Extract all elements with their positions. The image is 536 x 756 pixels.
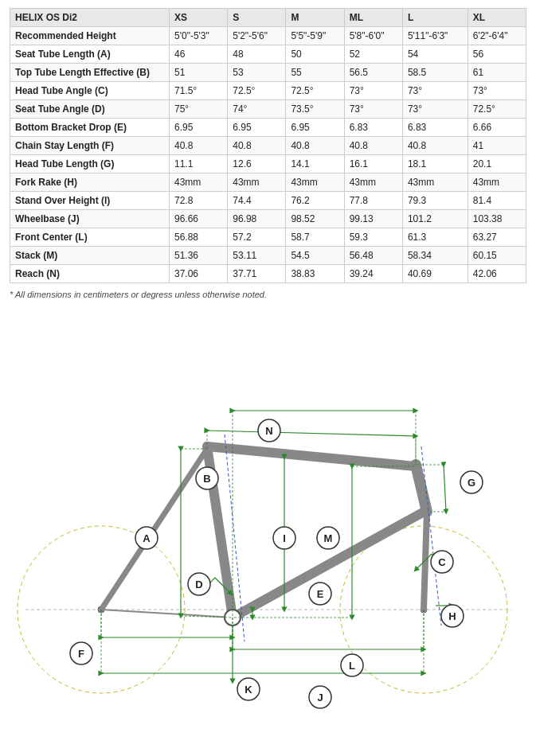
row-cell: 6.95 [170, 119, 228, 137]
row-cell: 72.5° [228, 82, 286, 100]
row-cell: 98.52 [286, 210, 344, 228]
row-cell: 71.5° [170, 82, 228, 100]
row-cell: 96.66 [170, 210, 228, 228]
table-row: Head Tube Angle (C)71.5°72.5°72.5°73°73°… [10, 82, 526, 100]
main-container: HELIX OS Di2 XS S M ML L XL Recommended … [0, 0, 536, 739]
row-cell: 56 [468, 45, 526, 64]
row-cell: 57.2 [228, 228, 286, 247]
table-row: Recommended Height5'0"-5'3"5'2"-5'6"5'5"… [10, 27, 526, 45]
table-row: Stand Over Height (I)72.874.476.277.879.… [10, 192, 526, 210]
svg-text:C: C [438, 556, 446, 568]
row-cell: 41 [468, 137, 526, 155]
row-cell: 16.1 [344, 155, 402, 173]
svg-text:K: K [245, 684, 252, 696]
bike-diagram-svg: A B C D E F G H I [10, 307, 527, 729]
row-cell: 73° [402, 100, 468, 119]
svg-text:I: I [283, 532, 286, 544]
row-cell: 56.5 [344, 64, 402, 82]
table-header-row: HELIX OS Di2 XS S M ML L XL [10, 9, 526, 27]
row-cell: 43mm [170, 173, 228, 192]
svg-text:G: G [468, 477, 475, 489]
row-cell: 52 [344, 45, 402, 64]
table-row: Reach (N)37.0637.7138.8339.2440.6942.06 [10, 265, 526, 283]
row-cell: 73° [402, 82, 468, 100]
row-label: Front Center (L) [10, 228, 170, 247]
row-label: Head Tube Angle (C) [10, 82, 170, 100]
row-cell: 40.8 [170, 137, 228, 155]
col-header-ml: ML [344, 9, 402, 27]
row-cell: 75° [170, 100, 228, 119]
row-cell: 48 [228, 45, 286, 64]
bike-diagram: A B C D E F G H I [10, 307, 526, 731]
row-label: Reach (N) [10, 265, 170, 283]
row-cell: 56.48 [344, 247, 402, 265]
col-header-xl: XL [468, 9, 526, 27]
svg-text:J: J [317, 692, 323, 703]
row-cell: 56.88 [170, 228, 228, 247]
row-cell: 40.69 [402, 265, 468, 283]
col-header-xs: XS [170, 9, 228, 27]
table-row: Seat Tube Length (A)464850525456 [10, 45, 526, 64]
row-cell: 99.13 [344, 210, 402, 228]
row-cell: 72.8 [170, 192, 228, 210]
row-label: Stand Over Height (I) [10, 192, 170, 210]
svg-text:B: B [203, 473, 210, 485]
row-cell: 12.6 [228, 155, 286, 173]
row-label: Recommended Height [10, 27, 170, 45]
svg-text:F: F [78, 648, 84, 660]
table-row: Head Tube Length (G)11.112.614.116.118.1… [10, 155, 526, 173]
row-cell: 55 [286, 64, 344, 82]
row-cell: 43mm [402, 173, 468, 192]
table-row: Chain Stay Length (F)40.840.840.840.840.… [10, 137, 526, 155]
svg-rect-0 [10, 307, 527, 729]
svg-text:E: E [317, 588, 324, 600]
row-label: Wheelbase (J) [10, 210, 170, 228]
table-row: Top Tube Length Effective (B)51535556.55… [10, 64, 526, 82]
svg-text:D: D [195, 579, 202, 590]
svg-text:H: H [448, 610, 456, 622]
row-cell: 76.2 [286, 192, 344, 210]
col-header-m: M [286, 9, 344, 27]
row-cell: 6.83 [344, 119, 402, 137]
row-cell: 73.5° [286, 100, 344, 119]
row-cell: 5'0"-5'3" [170, 27, 228, 45]
row-label: Top Tube Length Effective (B) [10, 64, 170, 82]
row-cell: 81.4 [468, 192, 526, 210]
row-cell: 61.3 [402, 228, 468, 247]
row-cell: 60.15 [468, 247, 526, 265]
row-cell: 101.2 [402, 210, 468, 228]
row-cell: 38.83 [286, 265, 344, 283]
row-cell: 73° [344, 100, 402, 119]
row-cell: 42.06 [468, 265, 526, 283]
row-cell: 58.34 [402, 247, 468, 265]
table-row: Wheelbase (J)96.6696.9898.5299.13101.210… [10, 210, 526, 228]
row-cell: 40.8 [402, 137, 468, 155]
row-cell: 53.11 [228, 247, 286, 265]
row-cell: 5'2"-5'6" [228, 27, 286, 45]
row-cell: 63.27 [468, 228, 526, 247]
row-cell: 79.3 [402, 192, 468, 210]
row-cell: 5'5"-5'9" [286, 27, 344, 45]
row-cell: 43mm [228, 173, 286, 192]
row-cell: 54.5 [286, 247, 344, 265]
row-cell: 37.06 [170, 265, 228, 283]
row-cell: 6'2"-6'4" [468, 27, 526, 45]
row-cell: 59.3 [344, 228, 402, 247]
row-cell: 43mm [286, 173, 344, 192]
row-label: Stack (M) [10, 247, 170, 265]
row-label: Seat Tube Angle (D) [10, 100, 170, 119]
row-cell: 73° [468, 82, 526, 100]
footnote: * All dimensions in centimeters or degre… [10, 290, 526, 299]
row-label: Seat Tube Length (A) [10, 45, 170, 64]
row-cell: 43mm [344, 173, 402, 192]
row-cell: 37.71 [228, 265, 286, 283]
row-cell: 46 [170, 45, 228, 64]
col-header-model: HELIX OS Di2 [10, 9, 170, 27]
svg-text:A: A [143, 532, 151, 544]
row-cell: 74° [228, 100, 286, 119]
row-cell: 18.1 [402, 155, 468, 173]
svg-text:N: N [265, 425, 272, 437]
row-cell: 6.83 [402, 119, 468, 137]
row-cell: 61 [468, 64, 526, 82]
row-cell: 5'8"-6'0" [344, 27, 402, 45]
